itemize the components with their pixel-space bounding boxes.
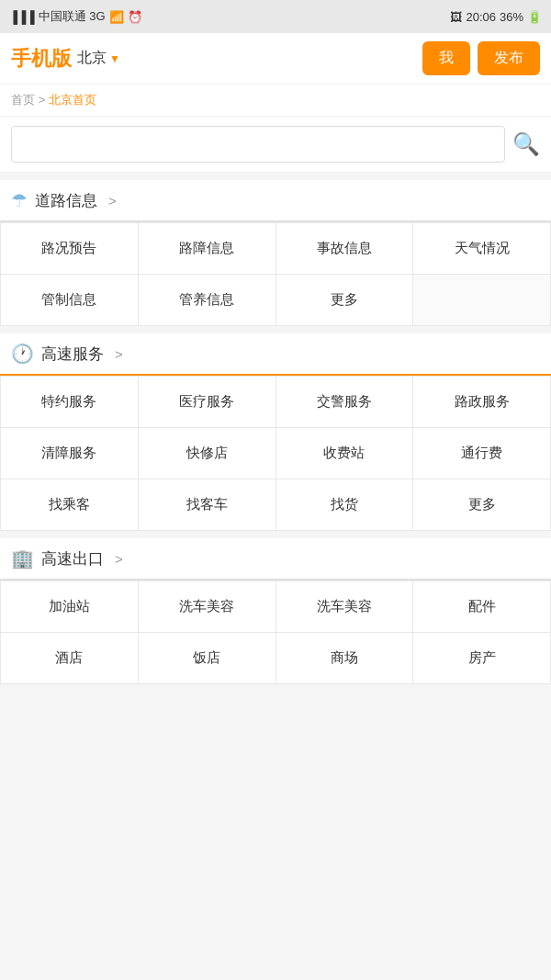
- status-bar: ▐▐▐ 中国联通 3G 📶 ⏰ 🖼 20:06 36% 🔋: [0, 0, 551, 33]
- grid-item[interactable]: 更多: [276, 275, 413, 326]
- grid-item[interactable]: 加油站: [1, 581, 139, 633]
- highway-exit-grid: 加油站 洗车美容 洗车美容 配件 酒店 饭店 商场 房产: [0, 580, 551, 684]
- grid-item[interactable]: 快修店: [138, 428, 276, 479]
- road-info-section: ☂ 道路信息 > 路况预告 路障信息 事故信息 天气情况 管制信息 管养信息 更…: [0, 180, 551, 326]
- battery-icon: 🔋: [527, 10, 542, 24]
- road-info-header[interactable]: ☂ 道路信息 >: [0, 180, 551, 222]
- highway-exit-title: 高速出口: [41, 548, 104, 569]
- me-button[interactable]: 我: [422, 41, 470, 75]
- header: 手机版 北京 ▼ 我 发布: [0, 33, 551, 84]
- grid-item[interactable]: 特约服务: [1, 377, 139, 428]
- highway-exit-arrow-icon: >: [115, 551, 123, 567]
- breadcrumb-current: 北京首页: [49, 93, 96, 107]
- city-name: 北京: [77, 49, 107, 68]
- highway-exit-header[interactable]: 🏢 高速出口 >: [0, 538, 551, 580]
- grid-item[interactable]: 更多: [413, 479, 551, 531]
- grid-item[interactable]: 通行费: [413, 428, 551, 479]
- grid-item[interactable]: 找货: [276, 479, 413, 531]
- search-button[interactable]: 🔍: [512, 131, 540, 157]
- header-left: 手机版 北京 ▼: [11, 45, 120, 73]
- grid-item[interactable]: 酒店: [1, 633, 139, 684]
- breadcrumb: 首页 > 北京首页: [0, 84, 551, 117]
- grid-item[interactable]: 洗车美容: [276, 581, 413, 633]
- publish-button[interactable]: 发布: [478, 41, 540, 75]
- battery-text: 36%: [500, 10, 523, 24]
- city-selector[interactable]: 北京 ▼: [77, 49, 120, 68]
- wifi-icon: 📶: [109, 10, 124, 24]
- chevron-down-icon: ▼: [109, 52, 120, 65]
- grid-item[interactable]: 商场: [276, 633, 413, 684]
- grid-item[interactable]: 医疗服务: [138, 377, 276, 428]
- grid-item[interactable]: 房产: [413, 633, 551, 684]
- grid-item[interactable]: 路政服务: [413, 377, 551, 428]
- road-info-arrow-icon: >: [108, 193, 117, 208]
- time-text: 20:06: [466, 10, 496, 24]
- search-input[interactable]: [11, 126, 505, 163]
- photo-icon: 🖼: [450, 10, 462, 24]
- status-right: 🖼 20:06 36% 🔋: [450, 10, 542, 24]
- grid-item[interactable]: 路障信息: [138, 223, 276, 275]
- grid-item[interactable]: 管制信息: [1, 275, 139, 326]
- carrier-text: 中国联通 3G: [39, 8, 106, 25]
- grid-item[interactable]: 洗车美容: [138, 581, 276, 633]
- breadcrumb-home[interactable]: 首页: [11, 93, 35, 107]
- building-icon: 🏢: [11, 547, 34, 569]
- alarm-icon: ⏰: [128, 10, 142, 24]
- grid-item[interactable]: 事故信息: [276, 223, 413, 275]
- grid-item[interactable]: 清障服务: [1, 428, 139, 479]
- grid-item[interactable]: 收费站: [276, 428, 413, 479]
- grid-item[interactable]: 饭店: [138, 633, 276, 684]
- grid-item-empty: [413, 275, 551, 326]
- header-buttons: 我 发布: [422, 41, 540, 75]
- clock-icon: 🕐: [11, 343, 34, 365]
- search-icon: 🔍: [512, 131, 540, 156]
- status-left: ▐▐▐ 中国联通 3G 📶 ⏰: [9, 8, 142, 25]
- logo: 手机版: [11, 45, 72, 73]
- grid-item[interactable]: 天气情况: [413, 223, 551, 275]
- highway-service-section: 🕐 高速服务 > 特约服务 医疗服务 交警服务 路政服务 清障服务 快修店 收费…: [0, 333, 551, 531]
- highway-service-arrow-icon: >: [115, 346, 123, 362]
- grid-item[interactable]: 找乘客: [1, 479, 139, 531]
- search-bar: 🔍: [0, 117, 551, 173]
- grid-item[interactable]: 交警服务: [276, 377, 413, 428]
- road-info-title: 道路信息: [35, 190, 97, 211]
- grid-item[interactable]: 找客车: [138, 479, 276, 531]
- grid-item[interactable]: 路况预告: [1, 223, 139, 275]
- grid-item[interactable]: 配件: [413, 581, 551, 633]
- highway-exit-section: 🏢 高速出口 > 加油站 洗车美容 洗车美容 配件 酒店 饭店 商场 房产: [0, 538, 551, 684]
- highway-service-header[interactable]: 🕐 高速服务 >: [0, 333, 551, 376]
- road-info-grid: 路况预告 路障信息 事故信息 天气情况 管制信息 管养信息 更多: [0, 222, 551, 326]
- grid-item[interactable]: 管养信息: [138, 275, 276, 326]
- highway-service-grid: 特约服务 医疗服务 交警服务 路政服务 清障服务 快修店 收费站 通行费 找乘客…: [0, 376, 551, 531]
- breadcrumb-separator: >: [39, 93, 49, 107]
- signal-icon: ▐▐▐: [9, 10, 35, 24]
- umbrella-icon: ☂: [11, 189, 28, 211]
- highway-service-title: 高速服务: [41, 344, 104, 365]
